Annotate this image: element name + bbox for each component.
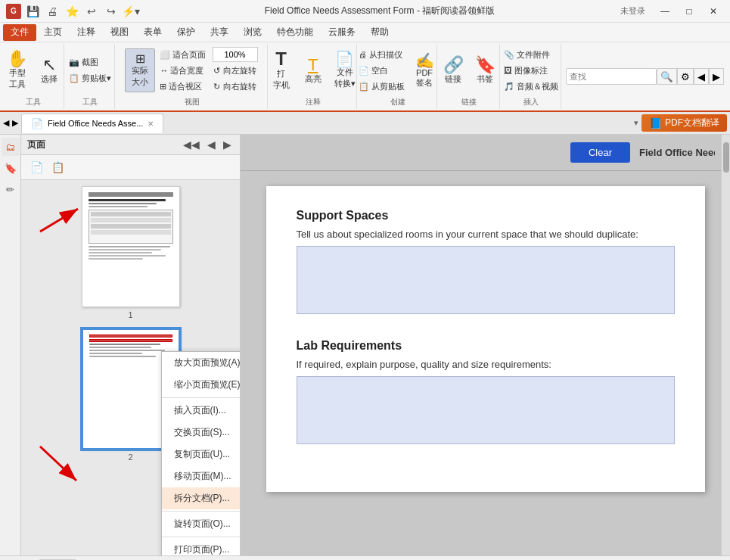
copy-page-btn[interactable]: 📋 [48, 158, 67, 176]
audio-video-btn[interactable]: 🎵 音频＆视频 [501, 79, 561, 94]
hand-tool-btn[interactable]: ✋ 手型工具 [2, 48, 33, 92]
actual-size-btn[interactable]: ⊞ 实际大小 [125, 48, 155, 92]
select-tool-btn[interactable]: ↖ 选择 [34, 48, 64, 92]
menu-help[interactable]: 帮助 [363, 24, 396, 41]
page-1-wrapper: 1 [82, 186, 180, 319]
thumbnail-panel-btn[interactable]: 🗂 [2, 138, 20, 156]
ctx-zoom-out[interactable]: 缩小页面预览(E) [162, 374, 241, 396]
star-btn[interactable]: ⭐ [64, 3, 80, 20]
search-next-btn[interactable]: ▶ [709, 68, 724, 85]
document-tab[interactable]: 📄 Field Office Needs Asse... ✕ [21, 114, 163, 133]
from-clipboard-btn[interactable]: 📋 从剪贴板 [356, 79, 408, 94]
menu-protect[interactable]: 保护 [169, 24, 203, 41]
link-icon: 🔗 [443, 57, 464, 73]
close-btn[interactable]: ✕ [703, 4, 724, 19]
search-btn[interactable]: 🔍 [657, 68, 677, 85]
sidebar-collapse-btn[interactable]: ◀ [205, 138, 218, 151]
ctx-print-page[interactable]: 打印页面(P)... [162, 539, 241, 555]
menu-browse[interactable]: 浏览 [236, 24, 269, 41]
bookmark-panel-btn[interactable]: 🔖 [2, 159, 20, 177]
pdf-translate-label: PDF文档翻译 [665, 117, 719, 129]
ctx-move-page[interactable]: 移动页面(M)... [162, 465, 241, 487]
undo-btn[interactable]: ↩ [83, 3, 100, 20]
zoom-input[interactable] [213, 47, 258, 62]
menu-view[interactable]: 视图 [103, 24, 136, 41]
maximize-btn[interactable]: □ [679, 4, 700, 19]
quick-access-btn[interactable]: ⚡▾ [123, 3, 139, 20]
print-btn[interactable]: 🖨 [44, 3, 61, 20]
hand-icon: ✋ [7, 51, 27, 67]
rotate-right-btn[interactable]: ↻ 向右旋转 [210, 79, 259, 94]
ribbon-group-tools-items: ✋ 手型工具 ↖ 选择 [2, 45, 64, 95]
ribbon-group-clipboard-label: 工具 [82, 97, 98, 107]
menu-cloud[interactable]: 云服务 [321, 24, 363, 41]
search-prev-btn[interactable]: ◀ [694, 68, 709, 85]
ribbon-content: ✋ 手型工具 ↖ 选择 工具 📷 截图 📋 剪贴板▾ 工具 [0, 42, 730, 110]
ribbon-group-tools-label: 工具 [26, 97, 41, 107]
form-section-support-spaces: Support Spaces Tell us about specialized… [297, 209, 675, 316]
menu-share[interactable]: 共享 [203, 24, 236, 41]
annotation-panel-btn[interactable]: ✏ [2, 180, 20, 198]
menu-form[interactable]: 表单 [136, 24, 169, 41]
context-menu: 放大页面预览(A) 缩小页面预览(E) 插入页面(I)... ▶ 交换页面(S)… [161, 351, 241, 555]
doc-tab-close[interactable]: ✕ [148, 120, 154, 128]
file-attach-btn[interactable]: 📎 文件附件 [501, 48, 561, 62]
title-bar-left: G 💾 🖨 ⭐ ↩ ↪ ⚡▾ [6, 3, 139, 20]
support-spaces-textarea[interactable] [297, 246, 675, 314]
sidebar-header: 页面 ◀◀ ◀ ▶ [21, 135, 240, 155]
tab-scroll-right-btn[interactable]: ▶ [12, 118, 18, 128]
ctx-rotate-page[interactable]: 旋转页面(O)... [162, 513, 241, 535]
doc-tab-icon: 📄 [31, 118, 43, 129]
ribbon-group-clipboard-items: 📷 截图 📋 剪贴板▾ [66, 45, 114, 95]
menu-home[interactable]: 主页 [36, 24, 70, 41]
screenshot-btn[interactable]: 📷 截图 [66, 55, 114, 70]
ribbon-group-view: ⊞ 实际大小 ⬜ 适合页面 ↔ 适合宽度 ⊞ 适合视区 ↺ 向左旋转 ↻ 向右旋… [116, 44, 268, 109]
tab-bar: ◀ ▶ 📄 Field Office Needs Asse... ✕ ▾ 📘 P… [0, 112, 730, 135]
svg-line-3 [40, 446, 76, 481]
ctx-sep-2 [162, 511, 241, 512]
ribbon-group-create-items: 🖨 从扫描仪 📄 空白 📋 从剪贴板 ✍ PDF签名 [356, 45, 440, 95]
ribbon-group-view-label: 视图 [185, 97, 200, 107]
sidebar-expand-btn[interactable]: ▶ [221, 138, 234, 151]
ctx-zoom-in[interactable]: 放大页面预览(A) [162, 352, 241, 374]
save-btn[interactable]: 💾 [24, 3, 41, 20]
ribbon-group-create: 🖨 从扫描仪 📄 空白 📋 从剪贴板 ✍ PDF签名 创建 [359, 44, 438, 109]
rotate-left-btn[interactable]: ↺ 向左旋转 [210, 64, 259, 78]
fit-page-btn[interactable]: ⬜ 适合页面 [157, 48, 209, 62]
redo-btn[interactable]: ↪ [103, 3, 120, 20]
sidebar-prev-btn[interactable]: ◀◀ [181, 138, 202, 151]
ctx-swap-page[interactable]: 交换页面(S)... [162, 422, 241, 443]
new-page-btn[interactable]: 📄 [27, 158, 45, 176]
bookmark-btn[interactable]: 🔖 书签 [470, 48, 500, 92]
pdf-translate-icon: 📘 [649, 117, 662, 129]
right-scrollbar[interactable] [721, 135, 730, 555]
ribbon-group-link: 🔗 链接 🔖 书签 链接 [439, 44, 500, 109]
image-note-btn[interactable]: 🖼 图像标注 [501, 64, 561, 78]
clear-button[interactable]: Clear [570, 142, 630, 163]
page-1-thumb[interactable] [82, 186, 180, 307]
clipboard-btn[interactable]: 📋 剪贴板▾ [66, 71, 114, 86]
blank-page-btn[interactable]: 📄 空白 [356, 64, 408, 78]
ctx-split-doc[interactable]: 拆分文档(P)... [162, 487, 241, 509]
ctx-copy-page[interactable]: 复制页面(U)... [162, 443, 241, 465]
typewriter-btn[interactable]: T 打字机 [266, 48, 297, 92]
menu-file[interactable]: 文件 [3, 24, 36, 41]
highlight-btn[interactable]: T 高亮 [298, 48, 328, 92]
page-1-number: 1 [128, 310, 132, 319]
pdf-sign-btn[interactable]: ✍ PDF签名 [409, 48, 440, 92]
tab-scroll-left-btn[interactable]: ◀ [3, 118, 9, 128]
lab-requirements-textarea[interactable] [297, 376, 675, 444]
ctx-insert-page[interactable]: 插入页面(I)... ▶ [162, 400, 241, 422]
fit-width-btn[interactable]: ↔ 适合宽度 [157, 64, 209, 78]
red-arrow-2 [33, 439, 85, 492]
menu-features[interactable]: 特色功能 [269, 24, 321, 41]
pdf-translate-btn[interactable]: 📘 PDF文档翻译 [641, 114, 727, 132]
sidebar: 页面 ◀◀ ◀ ▶ 📄 📋 [21, 135, 241, 555]
search-input[interactable] [566, 68, 657, 85]
link-btn[interactable]: 🔗 链接 [438, 48, 468, 92]
fit-view-btn[interactable]: ⊞ 适合视区 [157, 79, 209, 94]
menu-annotation[interactable]: 注释 [70, 24, 103, 41]
search-settings-btn[interactable]: ⚙ [677, 68, 694, 85]
minimize-btn[interactable]: — [654, 4, 676, 19]
from-scanner-btn[interactable]: 🖨 从扫描仪 [356, 48, 408, 62]
